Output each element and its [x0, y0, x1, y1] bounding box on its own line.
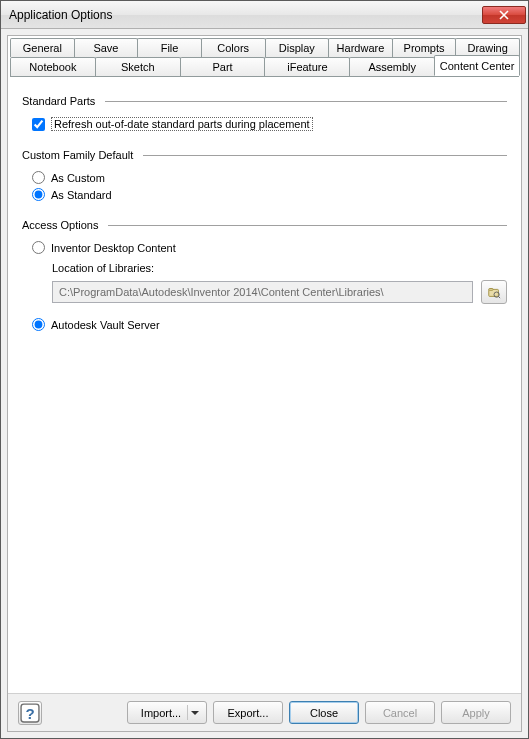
browse-button[interactable]	[481, 280, 507, 304]
svg-text:?: ?	[25, 704, 34, 721]
tab-sketch[interactable]: Sketch	[95, 57, 181, 76]
tab-assembly[interactable]: Assembly	[349, 57, 435, 76]
tab-save[interactable]: Save	[74, 38, 139, 57]
tab-general[interactable]: General	[10, 38, 75, 57]
refresh-label[interactable]: Refresh out-of-date standard parts durin…	[51, 117, 313, 131]
section-access-options: Access Options Inventor Desktop Content …	[22, 219, 507, 331]
tab-part[interactable]: Part	[180, 57, 266, 76]
svg-rect-1	[489, 289, 493, 291]
vault-server-label[interactable]: Autodesk Vault Server	[51, 319, 160, 331]
tab-content-center: Standard Parts Refresh out-of-date stand…	[8, 77, 521, 693]
window-close-button[interactable]	[482, 6, 526, 24]
as-custom-label[interactable]: As Custom	[51, 172, 105, 184]
tab-file[interactable]: File	[137, 38, 202, 57]
location-label: Location of Libraries:	[52, 262, 507, 274]
close-button[interactable]: Close	[289, 701, 359, 724]
export-button[interactable]: Export...	[213, 701, 283, 724]
section-custom-family: Custom Family Default As Custom As Stand…	[22, 149, 507, 201]
titlebar: Application Options	[1, 1, 528, 29]
section-title: Access Options	[22, 219, 108, 231]
tab-notebook[interactable]: Notebook	[10, 57, 96, 76]
apply-button[interactable]: Apply	[441, 701, 511, 724]
browse-icon	[487, 285, 501, 299]
tab-colors[interactable]: Colors	[201, 38, 266, 57]
section-title: Custom Family Default	[22, 149, 143, 161]
as-standard-radio[interactable]	[32, 188, 45, 201]
refresh-checkbox[interactable]	[32, 118, 45, 131]
tab-hardware[interactable]: Hardware	[328, 38, 393, 57]
tab-ifeature[interactable]: iFeature	[264, 57, 350, 76]
as-custom-radio[interactable]	[32, 171, 45, 184]
location-input	[52, 281, 473, 303]
as-standard-label[interactable]: As Standard	[51, 189, 112, 201]
svg-line-3	[498, 296, 500, 298]
tab-display[interactable]: Display	[265, 38, 330, 57]
inventor-desktop-radio[interactable]	[32, 241, 45, 254]
close-icon	[499, 10, 509, 20]
help-icon: ?	[19, 702, 41, 724]
section-standard-parts: Standard Parts Refresh out-of-date stand…	[22, 95, 507, 131]
section-title: Standard Parts	[22, 95, 105, 107]
footer: ? Import... Export... Close Cancel Apply	[8, 693, 521, 731]
cancel-button[interactable]: Cancel	[365, 701, 435, 724]
inventor-desktop-label[interactable]: Inventor Desktop Content	[51, 242, 176, 254]
client-area: GeneralSaveFileColorsDisplayHardwareProm…	[7, 35, 522, 732]
window-title: Application Options	[9, 8, 482, 22]
help-button[interactable]: ?	[18, 701, 42, 725]
vault-server-radio[interactable]	[32, 318, 45, 331]
application-options-window: Application Options GeneralSaveFileColor…	[0, 0, 529, 739]
tabs: GeneralSaveFileColorsDisplayHardwareProm…	[8, 36, 521, 76]
tab-content-center[interactable]: Content Center	[434, 55, 520, 76]
import-button[interactable]: Import...	[127, 701, 207, 724]
